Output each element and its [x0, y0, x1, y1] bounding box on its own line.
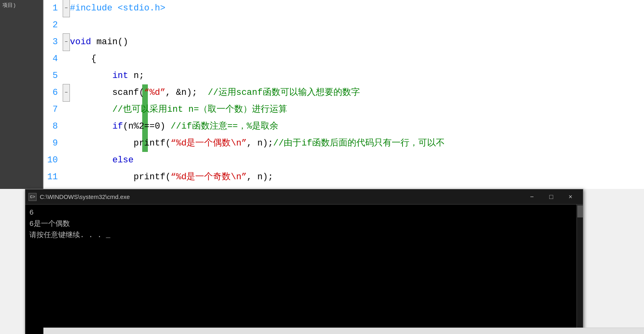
code-segment: { — [70, 51, 644, 68]
code-line: 9 printf(“%d是一个偶数\n”, n);//由于if函数后面的代码只有… — [43, 135, 644, 152]
editor-hscrollbar[interactable] — [43, 328, 644, 334]
line-number: 4 — [43, 51, 63, 68]
cmd-minimize-button[interactable]: − — [523, 191, 541, 203]
cmd-icon: C> — [29, 193, 37, 201]
code-segment: void main() — [70, 34, 644, 51]
code-line: 11 printf(“%d是一个奇数\n”, n); — [43, 169, 644, 186]
cmd-scrollbar-thumb — [577, 205, 583, 217]
code-lines: 1−#include <stdio.h>2 3−void main()4 {5 … — [43, 0, 644, 186]
line-number: 6 — [43, 84, 63, 101]
code-line: 5 int n; — [43, 68, 644, 84]
code-segment: //也可以采用int n=（取一个数）进行运算 — [70, 101, 644, 118]
code-line: 6− scanf(“%d”, &n); //运用scanf函数可以输入想要的数字 — [43, 84, 644, 101]
code-segment: if(n%2==0) //if函数注意==，%是取余 — [70, 118, 644, 135]
sidebar-label: 项目) — [0, 0, 43, 10]
code-segment: printf(“%d是一个奇数\n”, n); — [70, 169, 644, 186]
code-editor[interactable]: 1−#include <stdio.h>2 3−void main()4 {5 … — [43, 0, 644, 189]
cmd-output-line: 6 — [29, 207, 579, 218]
line-number: 2 — [43, 17, 63, 34]
cmd-window-controls: − □ × — [523, 191, 580, 203]
cmd-output: 66是一个偶数请按任意键继续. . . _ — [25, 205, 583, 334]
code-line: 1−#include <stdio.h> — [43, 0, 644, 17]
cmd-close-button[interactable]: × — [561, 191, 580, 203]
code-line: 4 { — [43, 51, 644, 68]
cmd-output-line: 6是一个偶数 — [29, 218, 579, 229]
code-line: 10 else — [43, 152, 644, 169]
code-segment: scanf(“%d”, &n); //运用scanf函数可以输入想要的数字 — [70, 84, 644, 101]
cmd-maximize-button[interactable]: □ — [542, 191, 560, 203]
line-number: 8 — [43, 118, 63, 135]
code-line: 2 — [43, 17, 644, 34]
fold-button[interactable]: − — [63, 0, 70, 17]
cmd-scrollbar[interactable] — [577, 205, 583, 334]
line-number: 1 — [43, 0, 63, 17]
fold-button[interactable]: − — [63, 84, 70, 102]
code-line: 8 if(n%2==0) //if函数注意==，%是取余 — [43, 118, 644, 135]
code-line: 7 //也可以采用int n=（取一个数）进行运算 — [43, 101, 644, 118]
code-segment: else — [70, 152, 644, 169]
cmd-titlebar: C> C:\WINDOWS\system32\cmd.exe − □ × — [25, 189, 583, 205]
line-number: 3 — [43, 34, 63, 51]
cmd-title-text: C:\WINDOWS\system32\cmd.exe — [40, 193, 523, 200]
code-segment: #include <stdio.h> — [70, 0, 644, 17]
line-number: 10 — [43, 152, 63, 169]
code-segment: printf(“%d是一个偶数\n”, n);//由于if函数后面的代码只有一行… — [70, 135, 644, 152]
line-number: 7 — [43, 101, 63, 118]
cmd-window[interactable]: C> C:\WINDOWS\system32\cmd.exe − □ × 66是… — [25, 189, 583, 334]
code-line: 3−void main() — [43, 34, 644, 51]
cmd-output-line: 请按任意键继续. . . _ — [29, 229, 579, 241]
fold-button[interactable]: − — [63, 33, 70, 51]
line-number: 9 — [43, 135, 63, 152]
code-segment — [70, 17, 644, 34]
line-number: 5 — [43, 68, 63, 84]
line-number: 11 — [43, 169, 63, 186]
code-segment: int n; — [70, 68, 644, 84]
sidebar-panel: 项目) — [0, 0, 43, 189]
